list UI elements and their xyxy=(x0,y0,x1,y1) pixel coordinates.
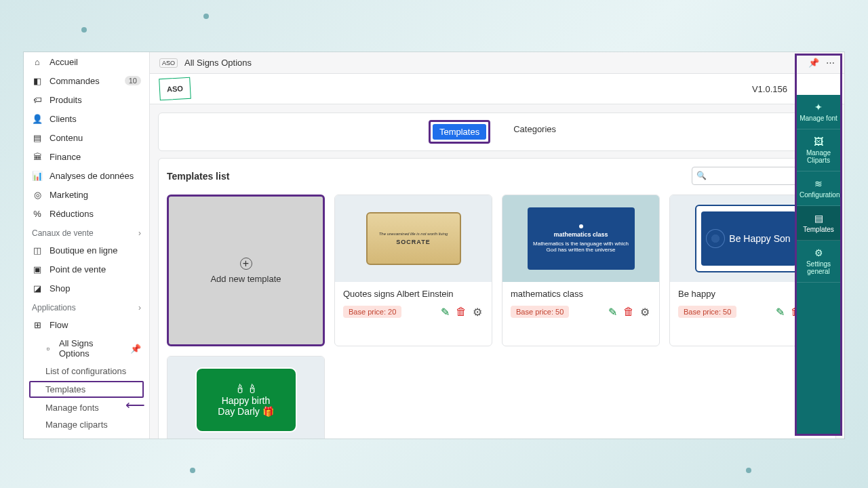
nav-marketing[interactable]: ◎Marketing xyxy=(24,185,149,204)
app-badge-icon: ASO xyxy=(159,58,178,68)
orders-badge: 10 xyxy=(125,76,141,85)
price-badge: Base price: 20 xyxy=(343,306,401,318)
sliders-icon: ≋ xyxy=(800,178,837,189)
nav-home[interactable]: ⌂Accueil xyxy=(24,52,149,71)
nav-orders[interactable]: ◧Commandes10 xyxy=(24,71,149,90)
channel-shop[interactable]: ◪Shop xyxy=(24,279,149,298)
trash-icon[interactable]: 🗑 xyxy=(455,306,467,318)
nav-content[interactable]: ▤Contenu xyxy=(24,128,149,147)
templates-grid: + Add new template The unexamined life i… xyxy=(167,195,827,439)
trash-icon[interactable]: 🗑 xyxy=(623,306,635,318)
sub-templates[interactable]: Templates xyxy=(29,381,144,398)
pos-icon: ▣ xyxy=(32,264,43,274)
app-flow[interactable]: ⊞Flow xyxy=(24,315,149,334)
section-apps: Applications› xyxy=(24,298,149,315)
bank-icon: 🏛 xyxy=(32,151,43,162)
templates-icon: ▤ xyxy=(800,213,837,224)
sub-manage-fonts[interactable]: Manage fonts xyxy=(24,399,149,416)
rail-manage-cliparts[interactable]: 🖾Manage Cliparts xyxy=(797,129,840,171)
search-icon: 🔍 xyxy=(696,171,707,180)
nav-analytics[interactable]: 📊Analyses de données xyxy=(24,166,149,185)
edit-icon[interactable]: ✎ xyxy=(774,306,786,318)
template-title: mathematics class xyxy=(511,289,651,299)
template-card[interactable]: 🕯🕯Happy birthDay Darly 🎁 xyxy=(167,356,325,439)
app-all-signs[interactable]: ▫All Signs Options📌 xyxy=(24,334,149,363)
edit-icon[interactable]: ✎ xyxy=(606,306,618,318)
brand-logo: ASO xyxy=(159,77,191,100)
app-window: ⌂Accueil ◧Commandes10 🏷Produits 👤Clients… xyxy=(24,52,844,439)
gear-icon: ⚙ xyxy=(800,247,837,258)
brand-bar: ASO V1.0.156 xyxy=(150,74,844,104)
font-icon: ✦ xyxy=(800,102,837,113)
tab-templates[interactable]: Templates xyxy=(429,120,490,144)
nav-settings[interactable]: ⚙Paramètres xyxy=(24,437,149,439)
chevron-right-icon[interactable]: › xyxy=(138,228,141,238)
content-icon: ▤ xyxy=(32,132,43,143)
content: Templates Categories Templates list 🔍 + … xyxy=(150,104,844,439)
template-thumb: mathematics classMathematics is the lang… xyxy=(502,195,659,282)
chart-icon: 📊 xyxy=(32,170,43,181)
tab-categories[interactable]: Categories xyxy=(504,120,566,144)
sidebar: ⌂Accueil ◧Commandes10 🏷Produits 👤Clients… xyxy=(24,52,150,439)
plus-icon: + xyxy=(240,258,252,270)
inbox-icon: ◧ xyxy=(32,75,43,86)
flow-icon: ⊞ xyxy=(32,319,43,330)
rail-manage-font[interactable]: ✦Manage font xyxy=(797,95,840,129)
target-icon: ◎ xyxy=(32,189,43,200)
percent-icon: % xyxy=(32,208,43,219)
edit-icon[interactable]: ✎ xyxy=(439,306,451,318)
gear-icon[interactable]: ⚙ xyxy=(471,306,484,318)
nav-products[interactable]: 🏷Produits xyxy=(24,90,149,109)
topbar: ASO All Signs Options 📌 ⋯ xyxy=(150,52,844,74)
template-thumb: 🕯🕯Happy birthDay Darly 🎁 xyxy=(167,357,324,439)
nav-finance[interactable]: 🏛Finance xyxy=(24,147,149,166)
page-title: All Signs Options xyxy=(184,58,252,68)
sub-manage-cliparts[interactable]: Manage cliparts xyxy=(24,416,149,433)
pin-icon[interactable]: 📌 xyxy=(130,344,141,354)
nav-customers[interactable]: 👤Clients xyxy=(24,109,149,128)
gear-icon[interactable]: ⚙ xyxy=(639,306,651,318)
section-channels: Canaux de vente› xyxy=(24,223,149,241)
user-icon: 👤 xyxy=(32,113,43,124)
panel-title: Templates list xyxy=(167,171,229,182)
template-card[interactable]: mathematics classMathematics is the lang… xyxy=(502,195,660,346)
app-icon: ▫ xyxy=(43,343,54,354)
store-icon: ◫ xyxy=(32,245,43,256)
rail-configuration[interactable]: ≋Configuration xyxy=(797,171,840,206)
price-badge: Base price: 50 xyxy=(511,306,569,318)
template-thumb: The unexamined life is not worth livingS… xyxy=(335,195,492,282)
clipart-icon: 🖾 xyxy=(800,136,837,147)
shop-icon: ◪ xyxy=(32,283,43,293)
chevron-right-icon[interactable]: › xyxy=(138,303,141,312)
nav-discounts[interactable]: %Réductions xyxy=(24,204,149,223)
main-area: ASO All Signs Options 📌 ⋯ ASO V1.0.156 T… xyxy=(150,52,844,439)
template-title: Quotes signs Albert Einstein xyxy=(343,289,484,299)
right-rail: ✦Manage font 🖾Manage Cliparts ≋Configura… xyxy=(795,54,842,436)
price-badge: Base price: 50 xyxy=(678,306,736,318)
rail-templates[interactable]: ▤Templates xyxy=(797,206,840,241)
tag-icon: 🏷 xyxy=(32,94,43,105)
rail-settings[interactable]: ⚙Settings general xyxy=(797,241,840,283)
template-card[interactable]: The unexamined life is not worth livingS… xyxy=(334,195,492,346)
templates-panel: Templates list 🔍 + Add new template The … xyxy=(158,158,836,439)
tab-row: Templates Categories xyxy=(158,113,836,151)
home-icon: ⌂ xyxy=(32,56,43,67)
channel-pos[interactable]: ▣Point de vente xyxy=(24,260,149,279)
add-template-card[interactable]: + Add new template xyxy=(167,195,325,346)
channel-online[interactable]: ◫Boutique en ligne xyxy=(24,241,149,260)
sub-configurations[interactable]: List of configurations xyxy=(24,363,149,380)
